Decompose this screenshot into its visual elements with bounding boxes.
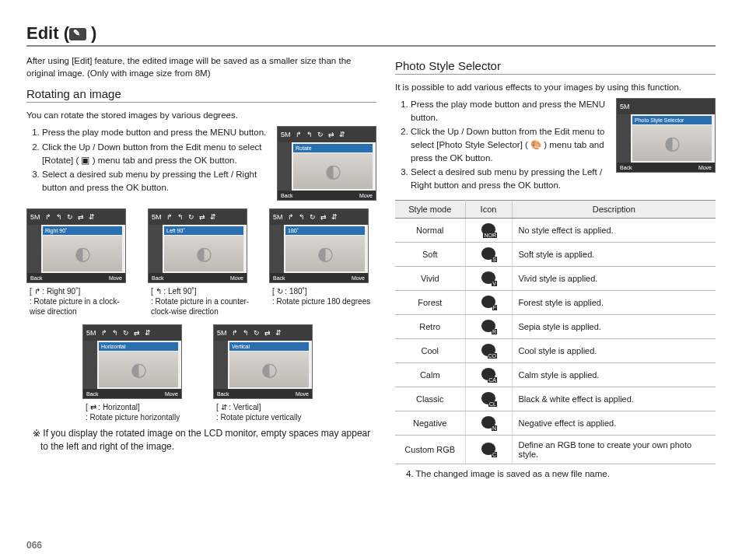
style-row: SoftSoft style is applied. (395, 242, 716, 266)
lcd-thumb: 5M↱↰↻⇄⇵Left 90˚BackMove (148, 208, 247, 283)
thumb-caption-lead: [ ⇵ : Vertical] (216, 402, 320, 412)
rotation-note: ※ If you display the rotated image on th… (30, 427, 376, 453)
style-mode-cell: Forest (395, 290, 465, 314)
style-desc-cell: Vivid style is applied. (512, 266, 716, 290)
style-row: Custom RGBDefine an RGB tone to create y… (395, 435, 716, 464)
style-row: ForestForest style is applied. (395, 290, 716, 314)
style-icon-cell (465, 314, 512, 338)
rotating-heading: Rotating an image (26, 87, 376, 103)
style-icon-cell (465, 435, 512, 464)
rotating-step: Select a desired sub menu by pressing th… (42, 168, 269, 194)
title-prefix: Edit ( (26, 23, 69, 43)
style-row: NormalNo style effect is applied. (395, 218, 716, 242)
rotate-thumb-row-1: 5M↱↰↻⇄⇵Right 90˚BackMove[ ↱ : Right 90˚]… (26, 208, 376, 317)
lcd-move-label: Move (296, 391, 309, 397)
style-row: ClassicBlack & white effect is applied. (395, 387, 716, 411)
style-desc-cell: Negative effect is applied. (512, 411, 716, 435)
photostyle-step: Select a desired sub menu by pressing th… (411, 166, 607, 191)
lcd-indicator: 5M (620, 103, 630, 110)
thumb-caption-desc: : Rotate picture vertically (216, 413, 302, 422)
lcd-thumb-style-main: 5M Photo Style Selector BackMove (616, 98, 716, 173)
style-mode-cell: Negative (395, 411, 465, 435)
style-desc-cell: Soft style is applied. (512, 242, 716, 266)
style-icon-cell (465, 362, 512, 387)
lcd-indicator: 5M (30, 213, 40, 221)
lcd-indicator: 5M (86, 329, 96, 337)
palette-icon (481, 416, 495, 429)
thumb-caption-desc: : Rotate picture in a clock-wise directi… (30, 297, 120, 316)
rotating-steps: Press the play mode button and press the… (42, 126, 269, 194)
lcd-mode-label: Right 90˚ (43, 226, 122, 235)
thumb-caption: [ ↱ : Right 90˚]: Rotate picture in a cl… (26, 286, 134, 317)
lcd-indicator: 5M (217, 329, 227, 337)
style-mode-cell: Soft (395, 242, 465, 266)
thumb-caption-lead: [ ↰ : Left 90˚] (151, 286, 255, 296)
lcd-move-label: Move (359, 193, 373, 198)
lcd-back-label: Back (152, 275, 164, 281)
style-mode-cell: Normal (395, 218, 465, 242)
thumb-caption-lead: [ ↱ : Right 90˚] (30, 286, 134, 296)
lcd-mode-label: Photo Style Selector (632, 116, 712, 124)
content-columns: After using [Edit] feature, the edited i… (26, 54, 716, 478)
lcd-thumb: 5M↱↰↻⇄⇵VerticalBackMove (213, 324, 313, 399)
rotate-thumb: 5M↱↰↻⇄⇵HorizontalBackMove[ ⇄ : Horizonta… (82, 324, 190, 422)
lcd-mode-label: Rotate (293, 144, 373, 152)
rotate-right-icon: ↱ (296, 131, 302, 138)
style-table: Style mode Icon Description NormalNo sty… (395, 200, 716, 464)
lcd-mode-label: Left 90˚ (164, 226, 243, 235)
lcd-indicator: 5M (152, 213, 162, 221)
lcd-thumb: 5M↱↰↻⇄⇵180˚BackMove (269, 208, 369, 283)
palette-icon (481, 443, 495, 455)
style-row: NegativeNegative effect is applied. (395, 411, 716, 435)
thumb-caption-desc: : Rotate picture horizontally (86, 413, 180, 422)
palette-icon (481, 296, 495, 308)
photostyle-step: Press the play mode button and press the… (411, 98, 607, 124)
thumb-caption: [ ⇄ : Horizontal]: Rotate picture horizo… (82, 402, 190, 422)
lcd-back-label: Back (273, 275, 285, 281)
style-icon-cell (465, 387, 512, 411)
style-mode-cell: Retro (395, 314, 465, 338)
style-col-icon: Icon (465, 200, 512, 218)
lcd-thumb-rotate-main: 5M↱↰↻⇄⇵ Rotate BackMove (277, 126, 376, 201)
thumb-caption-lead: [ ⇄ : Horizontal] (86, 402, 190, 412)
lcd-move-label: Move (165, 391, 178, 397)
lcd-move-label: Move (352, 275, 365, 281)
photostyle-step: Click the Up / Down button from the Edit… (411, 125, 607, 164)
style-col-mode: Style mode (395, 200, 465, 218)
style-col-desc: Description (512, 200, 716, 218)
style-desc-cell: Sepia style is applied. (512, 314, 716, 338)
lcd-back-label: Back (86, 391, 99, 397)
palette-icon (481, 368, 495, 380)
photostyle-steps: Press the play mode button and press the… (411, 98, 607, 192)
lcd-mode-label: Horizontal (99, 342, 178, 351)
style-desc-cell: No style effect is applied. (512, 218, 716, 242)
palette-icon (481, 392, 495, 404)
thumb-caption: [ ⇵ : Vertical]: Rotate picture vertical… (213, 402, 320, 422)
photostyle-steps-block: Press the play mode button and press the… (395, 98, 716, 194)
lcd-indicator: 5M (281, 131, 291, 138)
lcd-back-label: Back (30, 275, 43, 281)
lcd-mode-label: Vertical (229, 342, 309, 351)
style-desc-cell: Calm style is applied. (512, 362, 716, 387)
lcd-thumb: 5M↱↰↻⇄⇵Right 90˚BackMove (26, 208, 126, 283)
style-desc-cell: Define an RGB tone to create your own ph… (512, 435, 716, 464)
thumb-caption-lead: [ ↻ : 180˚] (272, 286, 376, 296)
style-mode-cell: Cool (395, 338, 465, 362)
style-icon-cell (465, 290, 512, 314)
style-row: RetroSepia style is applied. (395, 314, 716, 338)
palette-icon (481, 247, 495, 260)
photostyle-lead: It is possible to add various effects to… (395, 81, 716, 93)
rotating-lead: You can rotate the stored images by vari… (26, 109, 376, 121)
lcd-back-label: Back (620, 165, 632, 170)
rotate-thumb: 5M↱↰↻⇄⇵180˚BackMove[ ↻ : 180˚]: Rotate p… (269, 208, 376, 317)
lcd-move-label: Move (230, 275, 243, 281)
flip-v-icon: ⇵ (339, 131, 345, 138)
lcd-move-label: Move (698, 165, 712, 170)
lcd-back-label: Back (281, 193, 293, 198)
style-icon-cell (465, 242, 512, 266)
right-column: Photo Style Selector It is possible to a… (395, 54, 716, 478)
palette-icon (481, 223, 495, 236)
style-mode-cell: Vivid (395, 266, 465, 290)
page-title: Edit ( ) (26, 23, 716, 47)
style-desc-cell: Forest style is applied. (512, 290, 716, 314)
